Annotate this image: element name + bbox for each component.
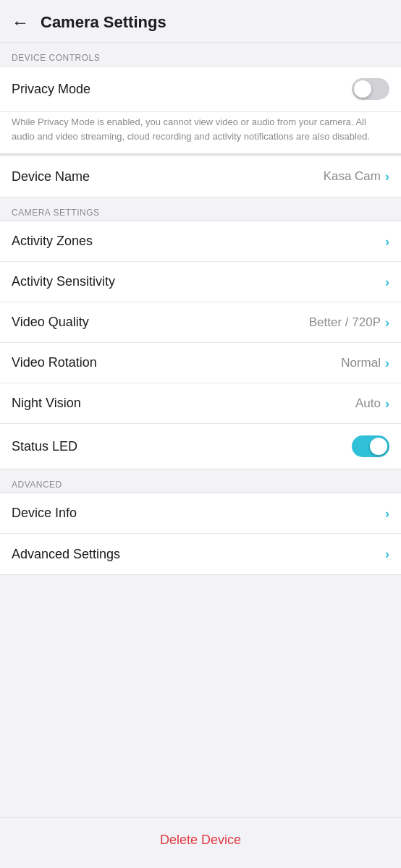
page-wrapper: ← Camera Settings Device Controls Privac… bbox=[0, 0, 401, 868]
privacy-mode-label: Privacy Mode bbox=[12, 82, 90, 97]
advanced-label: Advanced bbox=[12, 480, 62, 490]
activity-zones-row[interactable]: Activity Zones › bbox=[0, 221, 401, 262]
activity-sensitivity-chevron: › bbox=[385, 276, 389, 289]
page-title: Camera Settings bbox=[41, 13, 166, 32]
device-info-label: Device Info bbox=[12, 506, 77, 521]
device-name-group: Device Name Kasa Cam › bbox=[0, 156, 401, 197]
video-rotation-label: Video Rotation bbox=[12, 355, 97, 370]
night-vision-right: Auto › bbox=[355, 396, 389, 411]
advanced-settings-right: › bbox=[385, 548, 389, 561]
video-quality-chevron: › bbox=[385, 316, 389, 329]
video-quality-label: Video Quality bbox=[12, 315, 89, 330]
privacy-mode-toggle-wrapper bbox=[352, 78, 389, 100]
camera-settings-section-gap: Camera Settings bbox=[0, 197, 401, 221]
device-name-right: Kasa Cam › bbox=[324, 169, 389, 184]
device-controls-label: Device Controls bbox=[12, 53, 100, 63]
device-name-label: Device Name bbox=[12, 169, 90, 184]
privacy-mode-row: Privacy Mode bbox=[0, 67, 401, 112]
advanced-settings-chevron: › bbox=[385, 548, 389, 561]
night-vision-label: Night Vision bbox=[12, 396, 81, 411]
video-quality-row[interactable]: Video Quality Better / 720P › bbox=[0, 302, 401, 343]
back-button[interactable]: ← bbox=[12, 14, 29, 31]
activity-sensitivity-label: Activity Sensitivity bbox=[12, 274, 115, 289]
status-led-track bbox=[352, 435, 389, 457]
video-rotation-value: Normal bbox=[341, 356, 381, 370]
camera-settings-group: Activity Zones › Activity Sensitivity › … bbox=[0, 221, 401, 469]
device-name-chevron: › bbox=[385, 170, 389, 183]
status-led-row: Status LED bbox=[0, 424, 401, 469]
advanced-settings-label: Advanced Settings bbox=[12, 547, 120, 562]
device-info-right: › bbox=[385, 507, 389, 520]
delete-device-button[interactable]: Delete Device bbox=[160, 833, 241, 848]
activity-sensitivity-row[interactable]: Activity Sensitivity › bbox=[0, 262, 401, 302]
night-vision-row[interactable]: Night Vision Auto › bbox=[0, 383, 401, 424]
advanced-group: Device Info › Advanced Settings › bbox=[0, 493, 401, 575]
night-vision-value: Auto bbox=[355, 396, 381, 411]
status-led-thumb bbox=[370, 438, 387, 455]
delete-section: Delete Device bbox=[0, 817, 401, 868]
activity-zones-chevron: › bbox=[385, 235, 389, 248]
camera-settings-label: Camera Settings bbox=[12, 208, 100, 218]
status-led-toggle[interactable] bbox=[352, 435, 389, 457]
device-name-row[interactable]: Device Name Kasa Cam › bbox=[0, 156, 401, 197]
privacy-toggle-track bbox=[352, 78, 389, 100]
video-rotation-row[interactable]: Video Rotation Normal › bbox=[0, 343, 401, 383]
video-rotation-right: Normal › bbox=[341, 356, 389, 370]
night-vision-chevron: › bbox=[385, 397, 389, 410]
activity-sensitivity-right: › bbox=[385, 276, 389, 289]
activity-zones-right: › bbox=[385, 235, 389, 248]
privacy-description: While Privacy Mode is enabled, you canno… bbox=[0, 112, 401, 154]
device-controls-group: Privacy Mode While Privacy Mode is enabl… bbox=[0, 66, 401, 155]
advanced-section-gap: Advanced bbox=[0, 469, 401, 493]
device-info-row[interactable]: Device Info › bbox=[0, 493, 401, 534]
device-name-value: Kasa Cam bbox=[324, 169, 381, 184]
activity-zones-label: Activity Zones bbox=[12, 234, 93, 249]
privacy-mode-toggle[interactable] bbox=[352, 78, 389, 100]
status-led-toggle-wrapper bbox=[352, 435, 389, 457]
device-controls-section-gap: Device Controls bbox=[0, 43, 401, 66]
video-quality-right: Better / 720P › bbox=[309, 315, 389, 330]
status-led-label: Status LED bbox=[12, 439, 77, 454]
device-info-chevron: › bbox=[385, 507, 389, 520]
advanced-settings-row[interactable]: Advanced Settings › bbox=[0, 534, 401, 574]
header: ← Camera Settings bbox=[0, 0, 401, 43]
privacy-toggle-thumb bbox=[354, 80, 371, 98]
video-quality-value: Better / 720P bbox=[309, 315, 381, 330]
video-rotation-chevron: › bbox=[385, 357, 389, 370]
